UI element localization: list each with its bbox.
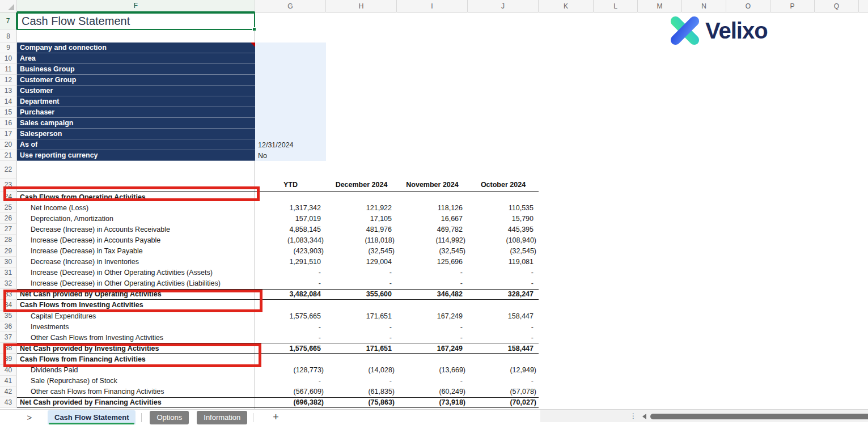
- statement-value-cell[interactable]: (60,249): [397, 386, 468, 397]
- statement-value-cell[interactable]: [397, 300, 468, 311]
- row-number[interactable]: 31: [0, 267, 17, 278]
- row-number[interactable]: 16: [0, 118, 17, 129]
- tab-nav-chevron-icon[interactable]: >: [24, 413, 35, 422]
- row-number[interactable]: 15: [0, 107, 17, 118]
- statement-value-cell[interactable]: (114,992): [397, 235, 468, 245]
- row-number[interactable]: 27: [0, 224, 17, 235]
- parameter-label-cell[interactable]: Company and connection: [17, 42, 255, 53]
- parameter-value-cell[interactable]: [255, 129, 326, 139]
- statement-value-cell[interactable]: -: [468, 278, 539, 289]
- row-number[interactable]: 21: [0, 150, 17, 161]
- column-header-M[interactable]: M: [638, 0, 682, 12]
- row-number[interactable]: 29: [0, 245, 17, 256]
- statement-value-cell[interactable]: -: [326, 278, 397, 289]
- tab-resize-handle-icon[interactable]: ⋮: [630, 415, 634, 418]
- statement-value-cell[interactable]: [468, 300, 539, 311]
- statement-value-cell[interactable]: 16,667: [397, 213, 468, 224]
- statement-label-cell[interactable]: Other Cash Flows from Investing Activiti…: [17, 332, 255, 343]
- parameter-value-cell[interactable]: No: [255, 150, 326, 161]
- statement-value-cell[interactable]: 171,651: [326, 343, 397, 353]
- statement-value-cell[interactable]: -: [397, 332, 468, 343]
- statement-value-cell[interactable]: (32,545): [468, 245, 539, 256]
- column-header-I[interactable]: I: [397, 0, 468, 12]
- column-header-O[interactable]: O: [726, 0, 770, 12]
- parameter-label-cell[interactable]: Department: [17, 96, 255, 107]
- statement-value-cell[interactable]: [255, 300, 326, 311]
- statement-value-cell[interactable]: -: [326, 267, 397, 278]
- statement-value-cell[interactable]: 157,019: [255, 213, 326, 224]
- row-number[interactable]: 25: [0, 202, 17, 213]
- statement-value-cell[interactable]: -: [326, 321, 397, 332]
- period-header[interactable]: October 2024: [468, 178, 539, 191]
- statement-value-cell[interactable]: 1,317,342: [255, 202, 326, 213]
- statement-value-cell[interactable]: 1,575,665: [255, 343, 326, 353]
- statement-value-cell[interactable]: -: [468, 376, 539, 386]
- statement-value-cell[interactable]: [468, 192, 539, 202]
- statement-value-cell[interactable]: -: [255, 321, 326, 332]
- row-number[interactable]: 13: [0, 86, 17, 96]
- parameter-label-cell[interactable]: Purchaser: [17, 107, 255, 118]
- fill-handle[interactable]: [252, 27, 256, 31]
- statement-value-cell[interactable]: 171,651: [326, 311, 397, 321]
- tab-options[interactable]: Options: [150, 411, 189, 424]
- statement-value-cell[interactable]: -: [255, 278, 326, 289]
- statement-label-cell[interactable]: Investments: [17, 321, 255, 332]
- row-number[interactable]: 30: [0, 257, 17, 267]
- statement-value-cell[interactable]: (73,918): [397, 398, 468, 407]
- parameter-label-cell[interactable]: Salesperson: [17, 129, 255, 139]
- selected-title-cell[interactable]: Cash Flow Statement: [17, 12, 255, 30]
- row-number[interactable]: 9: [0, 42, 17, 53]
- statement-value-cell[interactable]: 121,922: [326, 202, 397, 213]
- statement-value-cell[interactable]: 167,249: [397, 343, 468, 353]
- statement-label-cell[interactable]: Decrease (Increase) in Accounts Receivab…: [17, 224, 255, 235]
- statement-value-cell[interactable]: -: [397, 267, 468, 278]
- statement-value-cell[interactable]: 346,482: [397, 290, 468, 299]
- row-number[interactable]: 22: [0, 161, 17, 178]
- row-number[interactable]: 43: [0, 397, 17, 408]
- parameter-label-cell[interactable]: Area: [17, 53, 255, 64]
- column-header-G[interactable]: G: [255, 0, 326, 12]
- statement-value-cell[interactable]: (423,903): [255, 245, 326, 256]
- parameter-value-cell[interactable]: [255, 53, 326, 64]
- statement-value-cell[interactable]: (13,669): [397, 365, 468, 376]
- column-header-J[interactable]: J: [468, 0, 539, 12]
- row-number[interactable]: 37: [0, 332, 17, 343]
- statement-value-cell[interactable]: -: [468, 321, 539, 332]
- row-number[interactable]: 17: [0, 129, 17, 139]
- statement-value-cell[interactable]: -: [468, 332, 539, 343]
- statement-value-cell[interactable]: -: [468, 267, 539, 278]
- statement-value-cell[interactable]: -: [255, 376, 326, 386]
- statement-label-cell[interactable]: Depreciation, Amortization: [17, 213, 255, 224]
- parameter-label-cell[interactable]: Sales campaign: [17, 118, 255, 129]
- statement-label-cell[interactable]: Decrease (Increase) in Inventories: [17, 257, 255, 267]
- row-number[interactable]: 7: [0, 12, 17, 30]
- statement-value-cell[interactable]: -: [326, 332, 397, 343]
- statement-value-cell[interactable]: 158,447: [468, 311, 539, 321]
- statement-value-cell[interactable]: (61,835): [326, 386, 397, 397]
- statement-value-cell[interactable]: (32,545): [326, 245, 397, 256]
- statement-value-cell[interactable]: [326, 354, 397, 364]
- scrollbar-thumb[interactable]: [650, 414, 868, 419]
- column-header-F[interactable]: F: [17, 0, 255, 12]
- statement-value-cell[interactable]: 328,247: [468, 290, 539, 299]
- statement-value-cell[interactable]: (12,949): [468, 365, 539, 376]
- statement-value-cell[interactable]: [468, 354, 539, 364]
- statement-value-cell[interactable]: 445,395: [468, 224, 539, 235]
- parameter-label-cell[interactable]: Customer: [17, 86, 255, 96]
- statement-value-cell[interactable]: [326, 192, 397, 202]
- statement-value-cell[interactable]: 118,126: [397, 202, 468, 213]
- statement-value-cell[interactable]: 15,790: [468, 213, 539, 224]
- row-number[interactable]: 36: [0, 321, 17, 332]
- statement-label-cell[interactable]: Increase (Decrease) in Other Operating A…: [17, 278, 255, 289]
- statement-value-cell[interactable]: (14,028): [326, 365, 397, 376]
- add-sheet-button[interactable]: +: [273, 411, 279, 423]
- period-header[interactable]: November 2024: [397, 178, 468, 191]
- statement-label-cell[interactable]: Sale (Repurchase) of Stock: [17, 376, 255, 386]
- row-number[interactable]: 41: [0, 376, 17, 386]
- statement-value-cell[interactable]: -: [255, 332, 326, 343]
- statement-label-cell[interactable]: Increase (Decrease) in Tax Payable: [17, 245, 255, 256]
- column-header-H[interactable]: H: [326, 0, 397, 12]
- statement-value-cell[interactable]: 4,858,145: [255, 224, 326, 235]
- tab-cash-flow-statement[interactable]: Cash Flow Statement: [48, 410, 136, 424]
- period-header[interactable]: YTD: [255, 178, 326, 191]
